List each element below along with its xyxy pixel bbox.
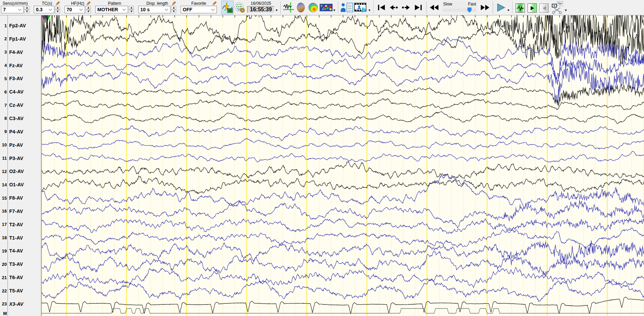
datetime-dropdown-arrow[interactable] bbox=[276, 10, 278, 11]
speed-slider-track[interactable] bbox=[443, 7, 476, 13]
spectrogram-button[interactable] bbox=[319, 1, 333, 14]
channel-row[interactable]: 4Fz-AV bbox=[0, 62, 23, 69]
spinner-down-button[interactable] bbox=[171, 10, 176, 13]
channel-row[interactable]: 9P4-AV bbox=[0, 128, 23, 135]
channel-row[interactable]: 22T5-AV bbox=[0, 287, 23, 294]
tc-field: TC(s) 0.3 bbox=[34, 1, 60, 13]
event-graph-button[interactable] bbox=[282, 1, 295, 14]
step-back-button[interactable] bbox=[388, 1, 400, 14]
hf-combo[interactable]: 70 bbox=[65, 6, 85, 13]
tc-combo[interactable]: 0.3 bbox=[34, 6, 54, 13]
pattern-field: Pattern MOTHER bbox=[95, 1, 134, 13]
channel-row[interactable]: 7Cz-AV bbox=[0, 102, 23, 109]
spinner-down-button[interactable] bbox=[24, 10, 29, 13]
favorite-value: OFF bbox=[183, 7, 192, 12]
pattern-combo[interactable]: MOTHER bbox=[95, 6, 128, 13]
channel-row[interactable]: 11P3-AV bbox=[0, 155, 23, 162]
segment-back-icon bbox=[542, 5, 547, 11]
channel-row[interactable]: 12O2-AV bbox=[0, 168, 24, 175]
channel-number: 6 bbox=[0, 89, 7, 95]
channel-label: T1-AV bbox=[9, 235, 23, 241]
segment-play-button[interactable] bbox=[528, 3, 537, 13]
datetime-display[interactable]: 16/06/2025 16:55:39 bbox=[247, 1, 275, 13]
channel-row[interactable]: 18T1-AV bbox=[0, 234, 23, 241]
disp-length-combo[interactable]: 10 s bbox=[138, 6, 170, 13]
favorite-label: Favorite bbox=[191, 1, 206, 6]
channel-label: X3-AV bbox=[9, 301, 23, 307]
speed-slider-thumb[interactable] bbox=[467, 8, 472, 13]
edit-pencil-icon[interactable] bbox=[212, 1, 217, 5]
channel-row[interactable]: 1Fp2-AV bbox=[0, 22, 26, 29]
sens-field: Sens(uV/mm) 7 bbox=[1, 1, 29, 13]
edit-pencil-icon[interactable] bbox=[56, 1, 60, 5]
trend-wave-button[interactable] bbox=[516, 3, 525, 13]
channel-row[interactable]: 20T3-AV bbox=[0, 261, 23, 268]
skip-to-start-button[interactable] bbox=[375, 1, 388, 14]
channel-label: F8-AV bbox=[9, 195, 23, 201]
video-play-icon bbox=[354, 2, 368, 13]
skip-to-end-button[interactable] bbox=[412, 1, 424, 14]
segment-back-button[interactable] bbox=[540, 3, 549, 13]
step-forward-button[interactable] bbox=[400, 1, 412, 14]
spinner-up-button[interactable] bbox=[129, 6, 134, 10]
hf-field: HF(Hz) 70 bbox=[65, 1, 91, 13]
toolbar: Sens(uV/mm) 7 TC(s) bbox=[0, 0, 644, 15]
fast-forward-button[interactable] bbox=[479, 1, 491, 14]
maps-dropdown-arrow[interactable] bbox=[333, 10, 335, 11]
notch-filter-50-button[interactable]: 50 bbox=[221, 1, 234, 14]
event-graph-icon bbox=[283, 2, 294, 13]
speed-slider[interactable]: Slow Fast bbox=[442, 1, 477, 13]
play-button[interactable] bbox=[495, 1, 507, 14]
spinner-up-button[interactable] bbox=[55, 6, 60, 10]
video-cut-button[interactable] bbox=[550, 1, 564, 14]
eeg-trace-area[interactable] bbox=[42, 15, 644, 316]
head-3d-button[interactable] bbox=[295, 1, 307, 14]
channel-number: 3 bbox=[0, 49, 7, 55]
channel-label: P3-AV bbox=[9, 156, 23, 161]
channel-row[interactable]: 10Pz-AV bbox=[0, 142, 23, 148]
channel-row[interactable]: 2Fp1-AV bbox=[0, 35, 26, 42]
electrode-map-settings-button[interactable] bbox=[234, 1, 246, 14]
channel-row[interactable]: 3F4-AV bbox=[0, 49, 23, 56]
edit-pencil-icon[interactable] bbox=[86, 1, 91, 5]
channel-label: T2-AV bbox=[9, 222, 23, 227]
rewind-button[interactable] bbox=[428, 1, 440, 14]
topo-map-icon bbox=[308, 3, 318, 12]
channel-row[interactable]: 8C3-AV bbox=[0, 115, 24, 122]
disp-length-field: Disp. length 10 s bbox=[138, 1, 176, 13]
eeg-review-window: Sens(uV/mm) 7 TC(s) bbox=[0, 0, 644, 316]
edit-pencil-icon[interactable] bbox=[172, 1, 176, 5]
channel-row[interactable]: 19T4-AV bbox=[0, 247, 23, 254]
topo-map-button[interactable] bbox=[307, 1, 319, 14]
channel-row[interactable]: 6C4-AV bbox=[0, 88, 24, 95]
channel-number: 7 bbox=[0, 103, 7, 108]
spinner-down-button[interactable] bbox=[129, 10, 134, 13]
spinner-down-button[interactable] bbox=[86, 10, 91, 13]
video-dropdown-arrow[interactable] bbox=[368, 10, 370, 11]
spinner-up-button[interactable] bbox=[171, 6, 176, 10]
channel-row[interactable]: 16F7-AV bbox=[0, 208, 23, 215]
channel-row[interactable]: 14O1-AV bbox=[0, 181, 24, 188]
play-dropdown-arrow[interactable] bbox=[507, 10, 509, 11]
sens-combo[interactable]: 7 bbox=[1, 6, 24, 13]
head-3d-icon bbox=[296, 2, 306, 13]
channel-number: 23 bbox=[0, 301, 7, 306]
channel-row[interactable]: 5F3-AV bbox=[0, 75, 23, 82]
channel-row[interactable]: 21T6-AV bbox=[0, 274, 23, 281]
channel-row[interactable]: 17T2-AV bbox=[0, 221, 23, 228]
channel-row[interactable]: M bbox=[0, 310, 9, 316]
cut-dropdown-arrow[interactable] bbox=[565, 10, 567, 11]
spinner-down-button[interactable] bbox=[55, 10, 60, 13]
chevron-down-icon bbox=[211, 8, 215, 11]
video-play-button[interactable] bbox=[354, 1, 368, 14]
spinner-up-button[interactable] bbox=[86, 6, 91, 10]
spinner-up-button[interactable] bbox=[24, 6, 29, 10]
svg-text:50: 50 bbox=[228, 9, 232, 13]
channel-row[interactable]: 23X3-AV bbox=[0, 301, 23, 307]
patient-info-button[interactable] bbox=[340, 1, 354, 14]
time-display: 16:55:39 bbox=[247, 6, 275, 13]
sens-value: 7 bbox=[3, 7, 6, 12]
channel-panel-divider bbox=[8, 15, 8, 316]
favorite-combo[interactable]: OFF bbox=[181, 6, 217, 13]
channel-row[interactable]: 15F8-AV bbox=[0, 195, 23, 201]
